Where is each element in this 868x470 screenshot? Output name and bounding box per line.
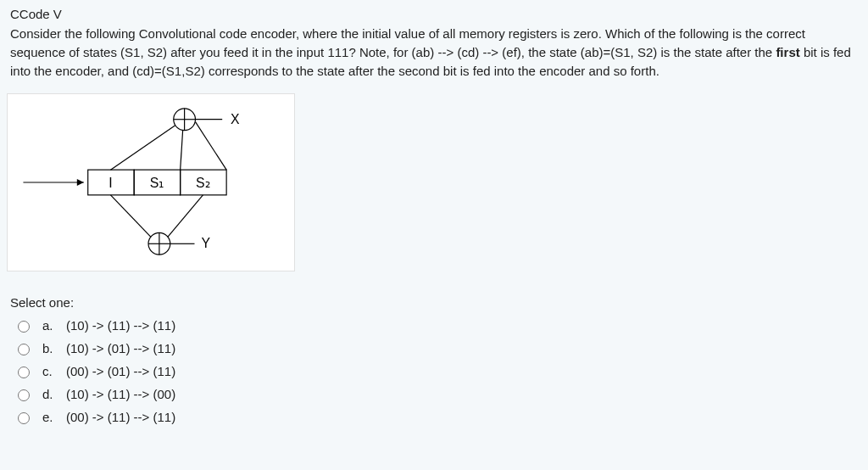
y-output-label: Y bbox=[201, 237, 210, 251]
input-box-label: I bbox=[108, 176, 112, 190]
question-text: Consider the following Convolutional cod… bbox=[10, 25, 858, 80]
options-list: a.(10) -> (11) --> (11)b.(10) -> (01) --… bbox=[10, 318, 858, 424]
option-letter: e. bbox=[42, 410, 56, 424]
option-radio[interactable] bbox=[18, 412, 30, 424]
s1-box-label: S₁ bbox=[150, 176, 164, 190]
page-title: CCode V bbox=[10, 7, 858, 21]
option-row: b.(10) -> (01) --> (11) bbox=[14, 341, 858, 355]
option-text: (10) -> (11) --> (00) bbox=[66, 387, 175, 401]
svg-marker-1 bbox=[77, 179, 84, 186]
option-letter: a. bbox=[42, 318, 56, 333]
option-row: a.(10) -> (11) --> (11) bbox=[14, 318, 858, 333]
x-output-label: X bbox=[231, 112, 240, 126]
option-text: (10) -> (11) --> (11) bbox=[66, 318, 175, 333]
encoder-diagram: I S₁ S₂ X Y bbox=[7, 93, 295, 271]
svg-line-15 bbox=[110, 195, 151, 238]
svg-line-16 bbox=[168, 195, 203, 238]
option-row: e.(00) -> (11) --> (11) bbox=[14, 410, 858, 424]
select-one-label: Select one: bbox=[10, 295, 858, 310]
option-letter: b. bbox=[42, 341, 56, 355]
svg-line-8 bbox=[110, 126, 175, 170]
option-radio[interactable] bbox=[18, 321, 30, 333]
option-radio[interactable] bbox=[18, 389, 30, 401]
svg-line-9 bbox=[181, 131, 183, 171]
option-radio[interactable] bbox=[18, 344, 30, 355]
option-text: (00) -> (01) --> (11) bbox=[66, 364, 175, 378]
option-radio[interactable] bbox=[18, 366, 30, 378]
option-letter: c. bbox=[42, 364, 56, 378]
option-row: c.(00) -> (01) --> (11) bbox=[14, 364, 858, 378]
svg-line-10 bbox=[195, 122, 226, 170]
option-letter: d. bbox=[42, 387, 56, 401]
s2-box-label: S₂ bbox=[196, 176, 210, 190]
option-text: (00) -> (11) --> (11) bbox=[66, 410, 175, 424]
option-row: d.(10) -> (11) --> (00) bbox=[14, 387, 858, 401]
option-text: (10) -> (01) --> (11) bbox=[66, 341, 175, 355]
